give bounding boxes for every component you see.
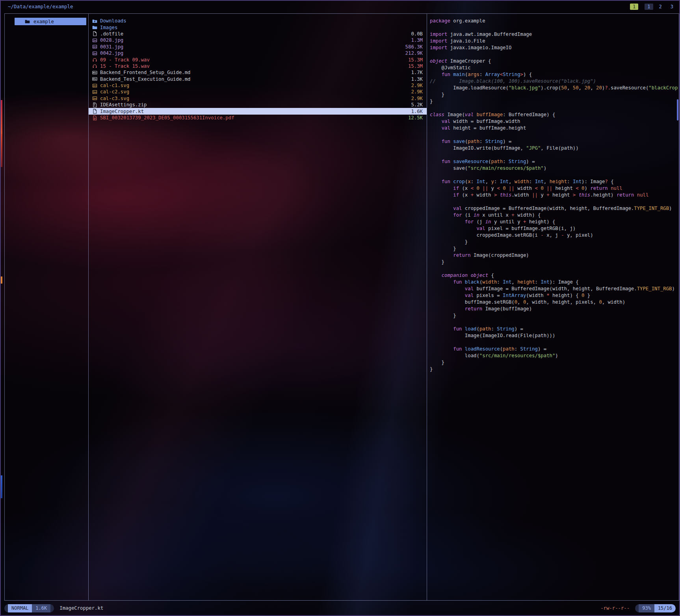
code-line: fun save(path: String) = [430, 138, 678, 145]
file-list: DownloadsImages.dotfile0.0B0028.jpg1.3M0… [89, 18, 427, 121]
file-row[interactable]: SBI_0032013739_2023_DE05_0003155631Invoi… [89, 115, 427, 121]
file-name: Images [100, 25, 420, 30]
code-line: Image.loadResource("black.jpg").crop(50,… [430, 85, 678, 91]
file-name: Backend_Test_Execution_Guide.md [100, 76, 408, 82]
code-line: } [430, 312, 678, 319]
tab-2[interactable]: 2 [656, 4, 665, 10]
code-line: fun black(width: Int, height: Int): Imag… [430, 279, 678, 286]
file-row[interactable]: 0031.jpg586.3K [89, 44, 427, 50]
code-line: fun load(path: String) = [430, 326, 678, 332]
file-row[interactable]: Backend_Frontend_Setup_Guide.md1.7K [89, 69, 427, 76]
file-list-pane: DownloadsImages.dotfile0.0B0028.jpg1.3M0… [89, 14, 427, 600]
file-row[interactable]: cal-c3.svg2.9K [89, 95, 427, 102]
code-line: val croppedImage = BufferedImage(width, … [430, 205, 678, 212]
file-size: 2.9K [411, 89, 423, 95]
audio-icon [92, 63, 97, 69]
file-row[interactable]: Downloads [89, 18, 427, 24]
code-line: companion object { [430, 272, 678, 279]
scrollbar-thumb[interactable] [677, 99, 678, 121]
code-line: val height = buffImage.height [430, 125, 678, 132]
file-name: cal-c3.svg [100, 96, 408, 101]
code-line: import java.awt.image.BufferedImage [430, 31, 678, 38]
image-icon [92, 89, 97, 95]
code-line: } [430, 366, 678, 373]
code-line: ImageIO.write(buffImage, "JPG", File(pat… [430, 145, 678, 152]
scroll-percent: 93% [639, 604, 654, 612]
file-size: 2.9K [411, 83, 423, 88]
file-row[interactable]: 0042.jpg212.9K [89, 50, 427, 56]
tab-bar: 1 123 [630, 3, 676, 11]
file-size: 1.6K [411, 109, 423, 114]
file-name: 09 - Track 09.wav [100, 57, 405, 63]
terminal-window: ~/Data/example/example 1 123 example Dow… [0, 0, 680, 616]
code-line: val pixel = buffImage.getRGB(i, j) [430, 225, 678, 232]
task-count-badge: 1 [630, 4, 638, 10]
code-line: object ImageCropper { [430, 58, 678, 65]
audio-icon [92, 57, 97, 62]
wallpaper-edge-strip [1, 475, 2, 498]
file-size: 1.3K [411, 76, 423, 82]
image-icon [92, 51, 97, 56]
code-line: import javax.imageio.ImageIO [430, 45, 678, 51]
file-row[interactable]: Backend_Test_Execution_Guide.md1.3K [89, 76, 427, 82]
file-size: 586.3K [405, 44, 423, 50]
code-line: } [430, 239, 678, 245]
code-line: } [430, 245, 678, 252]
tabs-container: 123 [645, 4, 676, 10]
code-line: fun loadResource(path: String) = [430, 346, 678, 353]
code-line [430, 51, 678, 58]
code-line: @JvmStatic [430, 65, 678, 71]
file-size: 15.3M [408, 63, 423, 69]
file-row[interactable]: IDEAsettings.zip5.2K [89, 102, 427, 108]
file-row[interactable]: cal-c1.svg2.9K [89, 82, 427, 89]
code-line: load("src/main/resources/$path") [430, 353, 678, 359]
code-line: import java.io.File [430, 38, 678, 45]
code-line [430, 199, 678, 205]
file-row[interactable]: Images [89, 24, 427, 30]
cursor-position: 15/16 [654, 604, 676, 612]
code-line: for (j in y until y + height) { [430, 219, 678, 225]
file-size: 0.0B [411, 31, 423, 37]
file-name: IDEAsettings.zip [100, 102, 408, 108]
code-line [430, 152, 678, 158]
file-size: 1.3M [411, 37, 423, 43]
pill-cap [4, 604, 8, 612]
image-icon [92, 38, 97, 43]
file-size: 12.5K [408, 115, 423, 121]
tab-1[interactable]: 1 [645, 4, 653, 10]
file-row[interactable]: 15 - Track 15.wav15.3M [89, 63, 427, 69]
code-line: } [430, 98, 678, 105]
code-line [430, 265, 678, 272]
file-row[interactable]: 09 - Track 09.wav15.3M [89, 56, 427, 63]
code-line [430, 339, 678, 346]
file-size: 2.9K [411, 96, 423, 101]
code-line: for (i in x until x + width) { [430, 212, 678, 219]
file-row[interactable]: ImageCropper.kt1.6K [89, 108, 427, 114]
code-line: } [430, 359, 678, 366]
code-line: return Image(buffImage) [430, 306, 678, 312]
sidebar-item-example[interactable]: example [15, 18, 86, 25]
wallpaper-edge-strip [1, 134, 2, 167]
pill-cap [635, 604, 639, 612]
mode-indicator: NORMAL [8, 604, 32, 612]
code-line: // Image.black(100, 100).saveResource("b… [430, 78, 678, 85]
code-line: class Image(val buffImage: BufferedImage… [430, 111, 678, 118]
file-row[interactable]: .dotfile0.0B [89, 31, 427, 37]
pill-cap [50, 604, 54, 612]
file-row[interactable]: 0028.jpg1.3M [89, 37, 427, 43]
markdown-icon [92, 70, 97, 75]
downloads-folder-icon [92, 19, 97, 24]
file-row[interactable]: cal-c2.svg2.9K [89, 89, 427, 95]
code-line: val pixels = IntArray(width * height) { … [430, 292, 678, 299]
parent-directory-pane: example [5, 14, 89, 600]
file-name: cal-c2.svg [100, 89, 408, 95]
code-line: return Image(croppedImage) [430, 252, 678, 259]
file-name: cal-c1.svg [100, 83, 408, 88]
code-line [430, 172, 678, 178]
code-line [430, 24, 678, 31]
tab-3[interactable]: 3 [668, 4, 676, 10]
status-bar: NORMAL 1.6K ImageCropper.kt -rw-r--r-- 9… [4, 603, 676, 613]
wallpaper-edge-strip [1, 276, 2, 284]
folder-icon [92, 25, 97, 30]
file-name: 0031.jpg [100, 44, 402, 50]
